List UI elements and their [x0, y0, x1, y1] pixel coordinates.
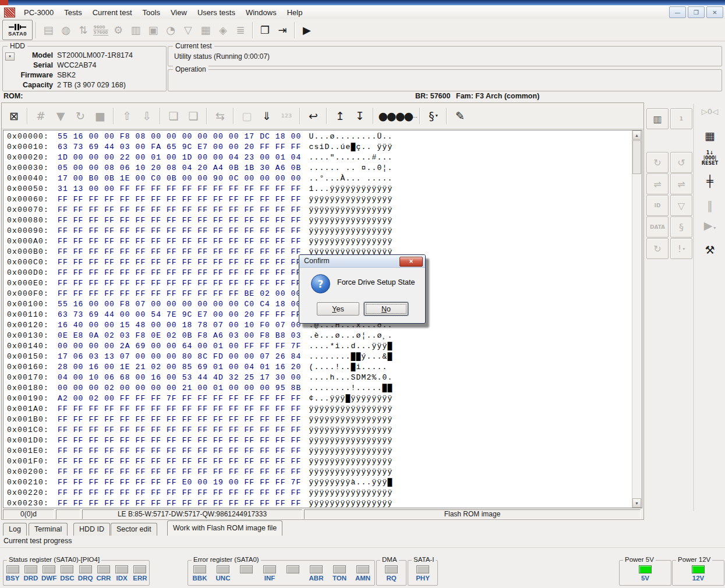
tools-icon[interactable]: ⚒: [695, 243, 724, 256]
connector-read-button[interactable]: ⇌: [646, 173, 669, 194]
hex-row[interactable]: 0x001D0:FF FF FF FF FF FF FF FF FF FF FF…: [3, 435, 632, 446]
hex-row[interactable]: 0x00170:04 00 10 06 68 00 16 00 53 44 4D…: [3, 373, 632, 383]
baud-rate-icon[interactable]: 960057600: [92, 22, 109, 39]
vertical-scrollbar[interactable]: ▲ ▼: [632, 130, 642, 508]
list-icon[interactable]: ≣: [232, 22, 249, 39]
menu-item-pc-3000[interactable]: PC-3000: [19, 6, 59, 19]
hex-row[interactable]: 0x000A0:FF FF FF FF FF FF FF FF FF FF FF…: [3, 236, 632, 247]
menu-item-view[interactable]: View: [165, 6, 192, 19]
save-block-icon[interactable]: ⇧: [117, 106, 137, 126]
hex-row[interactable]: 0x00070:FF FF FF FF FF FF FF FF FF FF FF…: [3, 205, 632, 215]
run-icon[interactable]: ▶: [298, 22, 316, 39]
minimize-button[interactable]: —: [669, 6, 686, 18]
hex-row[interactable]: 0x00080:FF FF FF FF FF FF FF FF FF FF FF…: [3, 215, 632, 226]
hex-row[interactable]: 0x00020:1D 00 00 00 22 00 01 00 1D 00 00…: [3, 153, 632, 163]
chip-select-button[interactable]: ▥: [646, 108, 669, 129]
hex-row[interactable]: 0x00030:05 00 00 08 06 10 20 08 04 20 A4…: [3, 163, 632, 173]
edit-notes-icon[interactable]: ✎: [450, 106, 470, 126]
load-file-icon[interactable]: ⇓: [257, 106, 277, 126]
marker-dropdown-icon[interactable]: ▼: [51, 106, 70, 126]
hex-row[interactable]: 0x001C0:FF FF FF FF FF FF FF FF FF FF FF…: [3, 425, 632, 435]
compare-icon[interactable]: ⇆: [210, 106, 230, 126]
menu-item-tools[interactable]: Tools: [137, 6, 165, 19]
hex-row[interactable]: 0x001E0:FF FF FF FF FF FF FF FF FF FF FF…: [3, 446, 632, 456]
close-image-icon[interactable]: ⊠: [4, 106, 24, 126]
save-image-down-icon[interactable]: ↧: [350, 106, 370, 126]
run-power-icon[interactable]: ▶▾: [695, 219, 724, 232]
database-icon[interactable]: ◔: [162, 22, 179, 39]
table-icon[interactable]: ▦: [197, 22, 214, 39]
find-icon[interactable]: ●●: [377, 106, 397, 126]
hex-row[interactable]: 0x00050:31 13 00 00 FF FF FF FF FF FF FF…: [3, 184, 632, 194]
power-cycle-icon[interactable]: ▷0◁: [695, 107, 724, 116]
read-loop-button[interactable]: ↻: [646, 152, 669, 173]
sata0-port-button[interactable]: SATA0: [2, 20, 33, 40]
dialog-close-button[interactable]: ✕: [399, 257, 423, 267]
resources-icon[interactable]: ◍: [57, 22, 75, 39]
hex-row[interactable]: 0x001A0:FF FF FF FF FF FF FF FF FF FF FF…: [3, 404, 632, 415]
hex-row[interactable]: 0x00200:FF FF FF FF FF FF FF FF FF FF FF…: [3, 467, 632, 477]
new-page-icon[interactable]: ▢: [237, 106, 257, 126]
goto-offset-icon[interactable]: #: [31, 106, 51, 126]
scheme-icon[interactable]: ◈: [214, 22, 232, 39]
menu-item-help[interactable]: Help: [282, 6, 308, 19]
hex-row[interactable]: 0x00090:FF FF FF FF FF FF FF FF FF FF FF…: [3, 226, 632, 236]
reset-icon[interactable]: 1↓|000|RESET: [695, 150, 724, 166]
dropdown-arrow-icon[interactable]: ▾: [682, 246, 685, 252]
filter-icon[interactable]: ▽: [179, 22, 197, 39]
copy-icon[interactable]: ❏: [164, 106, 183, 126]
hex-row[interactable]: 0x00190:A2 00 02 00 FF FF FF 7F FF FF FF…: [3, 394, 632, 404]
tab-terminal[interactable]: Terminal: [29, 523, 68, 536]
hex-row[interactable]: 0x00130:0E E8 0A 02 03 F8 0E 02 0B F8 A6…: [3, 331, 632, 341]
pause-icon[interactable]: ‖: [695, 199, 724, 212]
menu-item-current-test[interactable]: Current test: [87, 6, 137, 19]
alert-dropdown-button[interactable]: !▾: [670, 238, 692, 259]
menu-item-tests[interactable]: Tests: [59, 6, 87, 19]
restore-button[interactable]: ❐: [688, 6, 705, 18]
hex-row[interactable]: 0x001B0:FF FF FF FF FF FF FF FF FF FF FF…: [3, 415, 632, 425]
dropdown-arrow-icon[interactable]: ▾: [713, 225, 716, 231]
hex-row[interactable]: 0x00160:28 00 16 00 1E 21 02 00 85 69 01…: [3, 362, 632, 373]
close-button[interactable]: ✕: [706, 6, 723, 18]
chip-icon[interactable]: ▥: [127, 22, 144, 39]
id-doc-button[interactable]: ID: [646, 195, 669, 216]
no-button[interactable]: No: [364, 302, 408, 316]
pcb-card-icon[interactable]: ▦: [695, 129, 724, 142]
numbers-view-icon[interactable]: 123: [277, 106, 296, 126]
refresh-icon[interactable]: ↻: [70, 106, 90, 126]
connector-write-button[interactable]: ⇌: [670, 173, 692, 194]
utility-report-icon[interactable]: ▤: [40, 22, 57, 39]
hex-row[interactable]: 0x00140:00 00 00 00 2A 69 00 00 64 00 01…: [3, 341, 632, 352]
board-test-icon[interactable]: ▣: [144, 22, 162, 39]
tab-work-with-flash-rom-image-file[interactable]: Work with Flash ROM image file: [167, 520, 282, 536]
scroll-up-icon[interactable]: ▲: [632, 130, 641, 140]
yes-button[interactable]: Yes: [317, 302, 359, 316]
pc-link-icon[interactable]: ⇅: [75, 22, 92, 39]
probe-connector-icon[interactable]: ╪: [695, 175, 724, 187]
hex-row[interactable]: 0x00230:FF FF FF FF FF FF FF FF FF FF FF…: [3, 498, 632, 508]
hex-row[interactable]: 0x001F0:FF FF FF FF FF FF FF FF FF FF FF…: [3, 456, 632, 467]
hex-row[interactable]: 0x00040:17 00 B0 0B 1E 00 C0 0B 00 00 90…: [3, 173, 632, 184]
restore-block-icon[interactable]: ⇩: [137, 106, 157, 126]
hex-row[interactable]: 0x00000:55 16 00 00 F8 08 00 00 00 00 00…: [3, 132, 632, 142]
tab-hdd-id[interactable]: HDD ID: [73, 523, 110, 536]
menu-item-windows[interactable]: Windows: [241, 6, 282, 19]
chip-number-button[interactable]: 1: [670, 108, 692, 129]
tab-sector-edit[interactable]: Sector edit: [111, 523, 157, 536]
script-doc-button[interactable]: §: [670, 217, 692, 238]
save-image-up-icon[interactable]: ↥: [330, 106, 350, 126]
hex-row[interactable]: 0x00180:00 00 00 02 00 00 00 00 21 00 01…: [3, 383, 632, 394]
hex-row[interactable]: 0x00150:17 06 03 13 07 00 00 00 80 8C FD…: [3, 352, 632, 362]
script-info-icon[interactable]: §▾: [423, 106, 443, 126]
export-file-icon[interactable]: ↩: [303, 106, 323, 126]
pc3000-logo-icon[interactable]: [4, 8, 15, 17]
hex-row[interactable]: 0x00220:FF FF FF FF FF FF FF FF FF FF FF…: [3, 488, 632, 498]
reload-page-button[interactable]: ↻: [646, 238, 669, 259]
data-doc-button[interactable]: DATA: [646, 217, 669, 238]
find-next-icon[interactable]: ●●…: [397, 106, 416, 126]
hex-row[interactable]: 0x00210:FF FF FF FF FF FF FF FF E0 00 19…: [3, 477, 632, 488]
dropdown-arrow-icon[interactable]: ▾: [436, 107, 438, 125]
scroll-down-icon[interactable]: ▼: [632, 498, 641, 508]
scrollbar-thumb[interactable]: [632, 140, 641, 174]
dialog-titlebar[interactable]: Confirm ✕: [299, 255, 425, 268]
